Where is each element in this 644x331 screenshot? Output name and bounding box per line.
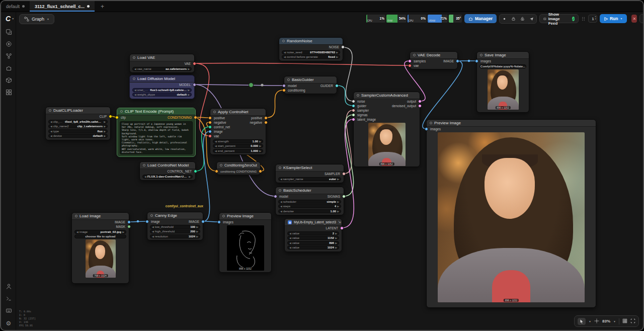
widget-control-before-generate[interactable]: ◀ control before generate fixed ▶	[282, 55, 340, 59]
collapse-icon[interactable]	[480, 54, 482, 56]
node-title-bar[interactable]: ConditioningZeroOut	[217, 162, 260, 169]
widget-type[interactable]: ◀ type flux ▶	[48, 129, 108, 133]
prompt-textarea[interactable]: Close up portrait of a Japanese young wo…	[120, 121, 193, 154]
collapse-icon[interactable]	[287, 78, 290, 81]
output-slot-sigmas[interactable]	[342, 195, 346, 198]
sidebar-item-queue[interactable]	[3, 26, 14, 37]
increment-arrow[interactable]: ▶	[104, 125, 106, 128]
batch-count-steppers[interactable]: ▲▼	[594, 16, 596, 20]
decrement-arrow[interactable]: ◀	[280, 178, 282, 181]
widget-clip-name2[interactable]: ◀ clip_name2 clip_l.safetensors ▶	[48, 124, 108, 128]
batch-count-input[interactable]: 1 ▲▼	[588, 15, 597, 23]
decrement-arrow[interactable]: ◀	[152, 230, 154, 233]
node-canny-edge[interactable]: Canny Edge image IMAGE ◀ low_threshold 1…	[147, 212, 203, 240]
node-preview-image-small[interactable]: Preview Image images 896 x 1152	[219, 212, 272, 273]
increment-arrow[interactable]: ▶	[337, 205, 339, 208]
show-image-feed-button[interactable]: Show Image Feed ✓	[539, 14, 579, 23]
increment-arrow[interactable]: ▶	[188, 93, 190, 96]
input-slot-sigmas[interactable]	[352, 113, 355, 117]
reroute-output-dot[interactable]	[261, 84, 263, 86]
increment-arrow[interactable]: ▶	[104, 134, 106, 137]
node-random-noise[interactable]: RandomNoise NOISE ◀ noise_seed 977445085…	[279, 37, 343, 61]
decrement-arrow[interactable]: ◀	[50, 125, 52, 128]
queue-options-button[interactable]	[581, 17, 586, 21]
collapse-icon[interactable]	[143, 164, 145, 167]
widget-vae-name[interactable]: ◀ vae_name ae.safetensors ▶	[132, 67, 192, 71]
output-slot-mask[interactable]	[127, 225, 131, 228]
decrement-arrow[interactable]: ◀	[144, 175, 146, 178]
increment-arrow[interactable]: ▶	[188, 67, 190, 70]
input-slot-model[interactable]	[274, 195, 277, 198]
graph-breadcrumb-button[interactable]: Graph ▼	[19, 14, 54, 24]
toggle-minimap-button[interactable]	[630, 318, 635, 324]
output-slot-vae[interactable]	[193, 62, 196, 65]
increment-arrow[interactable]: ▶	[189, 175, 191, 178]
node-load-controlnet-model[interactable]: Load ControlNet Model CONTROL_NET ◀ FLUX…	[139, 161, 196, 181]
output-slot-model[interactable]	[193, 83, 196, 87]
lock-button[interactable]	[509, 15, 518, 23]
node-title-bar[interactable]: VAE Decode	[410, 52, 457, 59]
widget-low-threshold[interactable]: ◀ low_threshold 100 ▶	[150, 225, 200, 229]
node-sampler-custom-advanced[interactable]: SamplerCustomAdvanced noise output guide…	[353, 92, 420, 167]
toggle-grid-button[interactable]	[622, 318, 627, 324]
widget-value-3[interactable]: ◀ value 896 ▶	[287, 241, 339, 245]
node-title-bar[interactable]: CLIP Text Encode (Prompt)	[117, 108, 195, 115]
output-slot-conditioning[interactable]	[194, 116, 197, 119]
node-ksampler-select[interactable]: KSamplerSelect SAMPLER ◀ sampler_name eu…	[275, 164, 344, 183]
decrement-arrow[interactable]: ◀	[152, 225, 154, 228]
increment-arrow[interactable]: ▶	[336, 51, 338, 54]
manager-button[interactable]: Manager	[464, 14, 497, 23]
decrement-arrow[interactable]: ◀	[289, 246, 291, 249]
node-load-vae[interactable]: Load VAE VAE ◀ vae_name ae.safetensors ▶	[129, 54, 195, 73]
decrement-arrow[interactable]: ◀	[134, 93, 136, 96]
increment-arrow[interactable]: ▶	[335, 241, 337, 244]
tab-active-workflow[interactable]: 3112_flux1_schnell_c...	[30, 1, 95, 12]
saved-image-preview[interactable]: 896 x 1152	[488, 69, 519, 110]
input-slot-model[interactable]	[282, 84, 286, 88]
increment-arrow[interactable]: ▶	[335, 236, 337, 239]
node-title-bar[interactable]: SamplerCustomAdvanced	[354, 92, 420, 99]
increment-arrow[interactable]: ▶	[259, 144, 261, 147]
increment-arrow[interactable]: ▶	[122, 230, 124, 233]
decrement-arrow[interactable]: ◀	[289, 241, 291, 244]
node-title-bar[interactable]: ▦ MyLib-Empty_Latent_select3 ⇲	[285, 219, 342, 226]
input-slot-conditioning[interactable]	[282, 89, 286, 92]
collapse-icon[interactable]	[279, 167, 281, 169]
widget-value-4[interactable]: ◀ value 1024 ▶	[287, 245, 339, 250]
increment-arrow[interactable]: ▶	[196, 235, 198, 238]
decrement-arrow[interactable]: ▼	[594, 18, 596, 21]
increment-arrow[interactable]: ▶	[196, 230, 198, 233]
increment-arrow[interactable]: ▶	[336, 55, 338, 58]
preview-image-display[interactable]: 896 x 1152	[438, 132, 585, 302]
widget-end-percent[interactable]: ◀ end_percent 1.000 ▶	[213, 149, 263, 153]
cancel-run-button[interactable]: ✕	[631, 15, 637, 23]
node-title-bar[interactable]: Canny Edge	[147, 212, 203, 219]
decrement-arrow[interactable]: ◀	[280, 210, 282, 213]
widget-noise-seed[interactable]: ◀ noise_seed 977445085480763 ▶	[282, 50, 340, 54]
node-title-bar[interactable]: Load ControlNet Model	[140, 162, 195, 169]
input-slot-images[interactable]	[217, 220, 221, 224]
output-slot-denoised-output[interactable]	[418, 104, 422, 108]
increment-arrow[interactable]: ▶	[259, 140, 261, 143]
node-save-image[interactable]: Save Image images ComfyUI/%date:yyyy%-%d…	[476, 51, 529, 113]
node-dual-clip-loader[interactable]: DualCLIPLoader CLIP ◀ clip_na... t5xxl_f…	[45, 107, 111, 140]
increment-arrow[interactable]: ▶	[259, 149, 261, 152]
sidebar-item-node-library[interactable]	[3, 50, 14, 61]
increment-arrow[interactable]: ▶	[104, 120, 106, 123]
tool-options-chevron[interactable]: ▼	[589, 320, 591, 323]
unlock-button[interactable]	[518, 15, 527, 23]
input-slot-sampler[interactable]	[352, 109, 355, 112]
widget-weight-dtype[interactable]: ◀ weight_dtype default ▶	[132, 93, 192, 97]
fit-view-button[interactable]	[594, 318, 599, 324]
node-title-bar[interactable]: Load VAE	[130, 54, 194, 61]
input-slot-negative[interactable]	[208, 121, 212, 124]
widget-device[interactable]: ◀ device default ▶	[48, 134, 108, 138]
increment-arrow[interactable]: ▶	[104, 130, 106, 133]
filename-prefix-widget[interactable]: ComfyUI/%date:yyyy%-%date...	[479, 64, 526, 68]
node-conditioning-zero-out[interactable]: ConditioningZeroOut conditioning CONDITI…	[216, 161, 261, 175]
input-slot-samples[interactable]	[408, 59, 412, 63]
collapse-icon[interactable]	[213, 111, 216, 113]
node-title-bar[interactable]: Apply ControlNet	[210, 109, 266, 116]
feed-enabled-toggle[interactable]: ✓	[572, 17, 575, 21]
node-title-bar[interactable]: RandomNoise	[279, 38, 343, 45]
